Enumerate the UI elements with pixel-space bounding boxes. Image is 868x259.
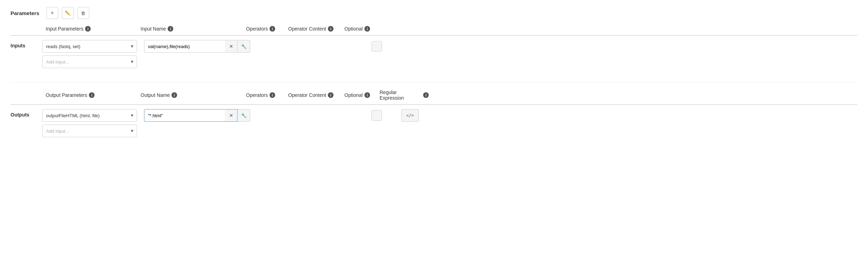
outputs-col-header-regex: Regular Expression i [380, 89, 429, 101]
inputs-section-label: Inputs [11, 40, 42, 48]
regex-button[interactable]: </> [401, 109, 419, 122]
optional-info-icon-inputs[interactable]: i [364, 26, 370, 32]
outputs-table-section: Output Parameters i Output Name i Operat… [11, 89, 857, 137]
parameters-section: Parameters + ✏️ 🗑 Input Parameters i Inp… [11, 7, 857, 137]
times-icon-output: ✕ [229, 113, 233, 118]
inputs-row: Inputs reads (fastq, set) ▼ ✕ [11, 40, 857, 68]
input-parameter-select-wrapper: reads (fastq, set) ▼ [42, 40, 137, 53]
add-input-select-wrapper: Add input... ▼ [42, 55, 137, 68]
regex-info-icon-outputs[interactable]: i [423, 92, 429, 98]
optional-checkbox-inputs [359, 41, 394, 52]
wrench-icon-output: 🔧 [241, 113, 247, 118]
output-parameters-info-icon[interactable]: i [89, 92, 95, 98]
edit-parameter-button[interactable]: ✏️ [62, 7, 74, 19]
section-divider [11, 82, 857, 82]
regex-icon: </> [406, 113, 414, 118]
operator-content-info-icon-inputs[interactable]: i [328, 26, 333, 32]
input-row-reads: reads (fastq, set) ▼ ✕ 🔧 [42, 40, 394, 53]
inputs-col-header-operators: Operators i [246, 26, 288, 32]
output-name-group: ✕ 🔧 [144, 109, 250, 122]
inputs-col-header-input-parameters: Input Parameters i [42, 26, 141, 32]
optional-checkbox-button-outputs[interactable] [371, 110, 382, 121]
output-row-html: outputFileHTML (html, file) ▼ ✕ 🔧 [42, 109, 447, 122]
outputs-col-header-output-parameters: Output Parameters i [42, 92, 141, 98]
outputs-rows-container: outputFileHTML (html, file) ▼ ✕ 🔧 [42, 109, 447, 137]
operators-info-icon-inputs[interactable]: i [270, 26, 275, 32]
add-parameter-button[interactable]: + [46, 7, 58, 19]
inputs-col-header-operator-content: Operator Content i [288, 26, 344, 32]
regex-col: </> [398, 109, 447, 122]
input-name-info-icon[interactable]: i [168, 26, 173, 32]
input-parameter-select[interactable]: reads (fastq, set) [42, 40, 137, 53]
outputs-section-label: Outputs [11, 109, 42, 118]
operator-content-info-icon-outputs[interactable]: i [328, 92, 333, 98]
add-output-select-wrapper: Add input... ▼ [42, 125, 137, 137]
edit-icon: ✏️ [65, 11, 71, 16]
input-parameters-info-icon[interactable]: i [85, 26, 91, 32]
add-output-select[interactable]: Add input... [42, 125, 137, 137]
outputs-table-header: Output Parameters i Output Name i Operat… [11, 89, 857, 105]
inputs-col-header-optional: Optional i [344, 26, 380, 32]
inputs-col-header-input-name: Input Name i [141, 26, 246, 32]
optional-checkbox-outputs [359, 110, 394, 121]
input-name-field[interactable] [144, 40, 225, 53]
output-name-info-icon[interactable]: i [171, 92, 177, 98]
operators-info-icon-outputs[interactable]: i [270, 92, 275, 98]
delete-parameter-button[interactable]: 🗑 [77, 7, 89, 19]
clear-input-name-button[interactable]: ✕ [225, 40, 238, 53]
outputs-col-header-optional: Optional i [344, 92, 380, 98]
plus-icon: + [51, 10, 54, 16]
inputs-rows-container: reads (fastq, set) ▼ ✕ 🔧 [42, 40, 394, 68]
wrench-output-button[interactable]: 🔧 [238, 109, 250, 122]
optional-checkbox-button-inputs[interactable] [371, 41, 382, 52]
add-input-row: Add input... ▼ [42, 55, 394, 68]
output-name-field[interactable] [144, 109, 225, 122]
clear-output-name-button[interactable]: ✕ [225, 109, 238, 122]
times-icon: ✕ [229, 44, 233, 49]
outputs-col-header-output-name: Output Name i [141, 92, 246, 98]
optional-info-icon-outputs[interactable]: i [364, 92, 370, 98]
outputs-col-header-operators: Operators i [246, 92, 288, 98]
add-input-select[interactable]: Add input... [42, 55, 137, 68]
inputs-table-header: Input Parameters i Input Name i Operator… [11, 26, 857, 36]
add-output-row: Add input... ▼ [42, 125, 447, 137]
trash-icon: 🗑 [81, 11, 85, 16]
inputs-table-section: Input Parameters i Input Name i Operator… [11, 26, 857, 68]
parameters-header: Parameters + ✏️ 🗑 [11, 7, 857, 19]
wrench-input-button[interactable]: 🔧 [238, 40, 250, 53]
input-name-group: ✕ 🔧 [144, 40, 250, 53]
outputs-row: Outputs outputFileHTML (html, file) ▼ ✕ [11, 109, 857, 137]
parameters-label: Parameters [11, 10, 39, 16]
wrench-icon: 🔧 [241, 44, 247, 49]
output-parameter-select[interactable]: outputFileHTML (html, file) [42, 109, 137, 122]
output-parameter-select-wrapper: outputFileHTML (html, file) ▼ [42, 109, 137, 122]
outputs-col-header-operator-content: Operator Content i [288, 92, 344, 98]
